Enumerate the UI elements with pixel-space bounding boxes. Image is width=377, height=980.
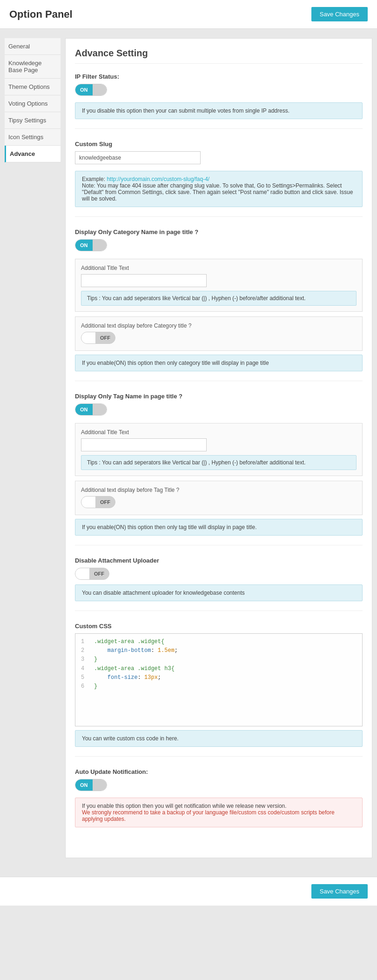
attachment-toggle-white [75,568,89,579]
attachment-toggle[interactable]: OFF [75,568,109,580]
sidebar-item-tipsy-settings[interactable]: Tipsy Settings [5,112,61,129]
ip-filter-toggle[interactable]: ON [75,84,107,96]
attachment-toggle-label: OFF [89,571,109,577]
sidebar-item-theme-options[interactable]: Theme Options [5,79,61,95]
sidebar: General Knowledege Base Page Theme Optio… [5,38,61,858]
example-url[interactable]: http://yourdomain.com/custom-slug/faq-4/ [107,176,209,182]
tag-sub-section: Additional Title Text Tips : You can add… [75,423,363,476]
sidebar-item-icon-settings[interactable]: Icon Settings [5,129,61,146]
category-tips: Tips : You can add seperators like Verti… [81,291,357,306]
example-label: Example: [82,176,105,182]
code-line-6: 6 } [81,682,357,691]
tag-toggle-on: ON [75,404,93,415]
custom-css-section: Custom CSS 1 .widget-area .widget{ 2 mar… [75,623,363,757]
attachment-label: Disable Attachment Uploader [75,557,363,564]
tag-toggle-control[interactable]: ON [75,403,107,416]
tag-title-section: Display Only Tag Name in page title ? ON… [75,393,363,545]
auto-update-toggle-off-part [93,779,107,791]
attachment-info: You can disable attachment uploader for … [75,584,363,601]
category-title-section: Display Only Category Name in page title… [75,228,363,381]
slug-note: Note: You may face 404 issue after chang… [82,182,353,202]
auto-update-toggle-on: ON [75,779,93,791]
category-info: If you enable(ON) this option then only … [75,355,363,371]
main-content: Advance Setting IP Filter Status: ON If … [65,38,372,858]
category-before-toggle[interactable]: OFF [81,332,115,344]
attachment-section: Disable Attachment Uploader OFF You can … [75,557,363,611]
category-before-toggle-label: OFF [95,335,115,341]
sidebar-item-advance[interactable]: Advance [5,146,61,162]
save-button-top[interactable]: Save Changes [311,7,368,21]
layout: General Knowledege Base Page Theme Optio… [0,29,377,867]
tag-before-section: Additional text display before Tag Title… [75,481,363,515]
tag-before-toggle[interactable]: OFF [81,496,115,508]
custom-slug-label: Custom Slug [75,141,363,148]
category-sub-label: Additional Title Text [81,265,357,271]
advance-heading: Advance Setting [75,48,363,64]
code-line-5: 5 font-size: 13px; [81,673,357,682]
custom-slug-section: Custom Slug Example: http://yourdomain.c… [75,141,363,217]
code-line-3: 3 } [81,655,357,664]
tag-toggle-wrap[interactable]: ON [75,403,107,416]
custom-slug-info: Example: http://yourdomain.com/custom-sl… [75,171,363,207]
code-line-1: 1 .widget-area .widget{ [81,638,357,646]
auto-update-toggle-wrap[interactable]: ON [75,779,107,791]
tag-before-label: Additional text display before Tag Title… [81,487,357,493]
page-wrapper: Option Panel Save Changes General Knowle… [0,0,377,980]
sidebar-item-knowledge-base-page[interactable]: Knowledege Base Page [5,55,61,79]
code-line-2: 2 margin-bottom: 1.5em; [81,646,357,655]
custom-css-info: You can write custom css code in here. [75,730,363,747]
toggle-off-part [93,84,107,95]
category-title-label: Display Only Category Name in page title… [75,228,363,235]
custom-slug-input[interactable] [75,151,201,164]
custom-css-code[interactable]: 1 .widget-area .widget{ 2 margin-bottom:… [75,633,363,726]
header: Option Panel Save Changes [0,0,377,29]
tag-info: If you enable(ON) this option then only … [75,519,363,536]
ip-filter-label: IP Filter Status: [75,73,363,80]
category-toggle-on: ON [75,240,93,251]
category-sub-section: Additional Title Text Tips : You can add… [75,259,363,312]
toggle-on-label: ON [75,84,93,95]
category-title-input[interactable] [81,274,207,287]
sidebar-item-voting-options[interactable]: Voting Options [5,95,61,112]
category-before-section: Additional text display before Category … [75,316,363,351]
ip-filter-toggle-control[interactable]: ON [75,84,107,96]
auto-update-section: Auto Update Notification: ON If you enab… [75,768,363,837]
auto-update-info-line1: If you enable this option then you will … [82,803,287,809]
sidebar-item-general[interactable]: General [5,38,61,55]
tag-title-label: Display Only Tag Name in page title ? [75,393,363,400]
category-toggle-control[interactable]: ON [75,239,107,251]
category-before-label: Additional text display before Category … [81,322,357,329]
footer-bar: Save Changes [0,877,377,906]
tag-before-toggle-label: OFF [95,499,115,505]
auto-update-info-line2: We strongly recommend to take a backup o… [82,809,335,822]
tag-title-input[interactable] [81,438,207,451]
custom-css-label: Custom CSS [75,623,363,630]
auto-update-info: If you enable this option then you will … [75,798,363,827]
category-before-toggle-white [81,332,95,343]
ip-filter-section: IP Filter Status: ON If you disable this… [75,73,363,129]
auto-update-toggle-control[interactable]: ON [75,779,107,791]
save-button-bottom[interactable]: Save Changes [311,884,368,899]
auto-update-label: Auto Update Notification: [75,768,363,775]
ip-filter-info: If you disable this option then your can… [75,102,363,119]
tag-sub-label: Additional Title Text [81,429,357,436]
category-toggle-wrap[interactable]: ON [75,239,107,251]
tag-before-toggle-white [81,497,95,508]
tag-tips: Tips : You can add seperators like Verti… [81,455,357,470]
page-title: Option Panel [9,8,73,20]
category-toggle-off-part [93,240,107,251]
code-line-4: 4 .widget-area .widget h3{ [81,665,357,673]
tag-toggle-off-part [93,404,107,415]
